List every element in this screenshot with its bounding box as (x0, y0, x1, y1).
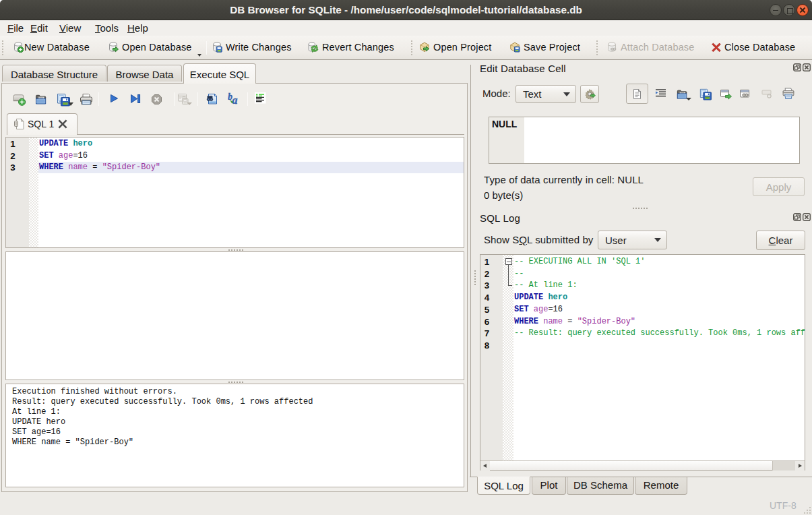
svg-text:a: a (232, 94, 238, 104)
